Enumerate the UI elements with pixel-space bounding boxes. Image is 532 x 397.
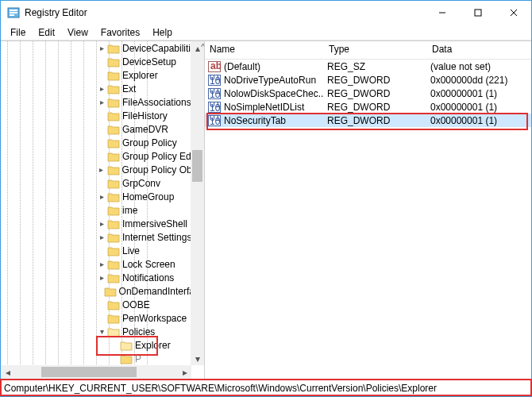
tree-item[interactable]: ▸Internet Settings [1, 230, 199, 244]
value-name: (Default) [224, 61, 260, 72]
titlebar[interactable]: Registry Editor [1, 1, 531, 25]
tree-item[interactable]: OOBE [1, 298, 199, 311]
tree-item[interactable]: Group Policy Edit [1, 149, 199, 163]
tree-item[interactable]: PenWorkspace [1, 311, 199, 325]
tree-label: Policies [122, 326, 155, 337]
tree-vscroll[interactable]: ▴ ▾ [191, 41, 204, 365]
menu-help[interactable]: Help [146, 25, 179, 40]
tree-item[interactable]: Live [1, 244, 199, 257]
folder-icon [107, 124, 120, 135]
tree-label: DeviceSetup [122, 56, 176, 67]
tree-label: ImmersiveShell [122, 218, 187, 229]
expander-icon[interactable]: ▸ [96, 192, 107, 201]
folder-icon [107, 83, 120, 94]
scroll-left-icon[interactable]: ◂ [1, 365, 14, 379]
folder-icon [107, 191, 120, 202]
svg-rect-5 [475, 10, 481, 16]
folder-icon [107, 259, 120, 270]
value-name: NolowDiskSpaceChec... [224, 88, 324, 99]
value-type: REG_DWORD [327, 102, 390, 113]
regedit-icon [7, 6, 20, 19]
expander-icon[interactable]: ▸ [96, 233, 107, 241]
tree-label: DeviceCapabilitie [122, 43, 196, 54]
scroll-right-icon[interactable]: ▸ [178, 365, 191, 379]
value-row[interactable]: 011100NolowDiskSpaceChec...REG_DWORD0x00… [205, 87, 531, 100]
window: Registry Editor File Edit View Favorites… [0, 0, 532, 397]
tree-item[interactable]: OnDemandInterfac [1, 284, 199, 298]
menu-favorites[interactable]: Favorites [94, 25, 146, 40]
tree-hscroll[interactable]: ◂ ▸ [1, 365, 191, 379]
expander-icon[interactable]: ▸ [96, 98, 107, 106]
tree-item[interactable]: GrpConv [1, 176, 199, 190]
folder-icon [107, 137, 120, 148]
tree-item[interactable]: FileHistory [1, 109, 199, 122]
list-header: Name Type Data [205, 41, 531, 60]
tree-label: Group Policy [122, 137, 177, 148]
folder-icon [107, 110, 120, 121]
folder-icon [120, 340, 133, 351]
col-data[interactable]: Data [427, 41, 531, 59]
list-pane: Name Type Data ab(Default)REG_SZ(value n… [205, 41, 531, 379]
menu-edit[interactable]: Edit [32, 25, 61, 40]
expander-icon[interactable]: ▸ [96, 165, 107, 174]
expander-icon[interactable]: ▾ [96, 327, 107, 336]
tree-item[interactable]: Explorer [1, 68, 199, 82]
value-row[interactable]: 011100NoSecurityTabREG_DWORD0x00000001 (… [205, 114, 531, 127]
tree-item[interactable]: ▾Policies [1, 325, 199, 338]
scroll-down-icon[interactable]: ▾ [191, 352, 204, 365]
tree-item[interactable]: GameDVR [1, 122, 199, 136]
tree-item[interactable]: ▸Group Policy Obje [1, 163, 199, 176]
tree-label: ime [122, 205, 137, 216]
value-data: 0x00000001 (1) [430, 88, 497, 99]
tree-item[interactable]: ▸HomeGroup [1, 190, 199, 203]
svg-text:100: 100 [210, 75, 221, 86]
tree-label: Ext [122, 83, 136, 94]
tree-label: Group Policy Edit [122, 151, 196, 162]
menu-file[interactable]: File [4, 25, 32, 40]
tree-item[interactable]: Explorer [1, 338, 199, 352]
expander-icon[interactable]: ▸ [96, 273, 107, 282]
tree-item[interactable]: ▸Ext [1, 82, 199, 95]
col-name[interactable]: Name [205, 41, 324, 59]
tree-item[interactable]: ime [1, 203, 199, 217]
folder-icon [107, 178, 120, 189]
value-icon: ab [208, 61, 221, 72]
expander-icon[interactable]: ▸ [96, 84, 107, 93]
expander-icon[interactable]: ▸ [96, 219, 107, 228]
value-name: NoDriveTypeAutoRun [224, 75, 316, 86]
tree-item[interactable]: ▸FileAssociations [1, 95, 199, 109]
tree-label: FileHistory [122, 110, 168, 121]
tree-item[interactable]: DeviceSetup [1, 55, 199, 68]
window-title: Registry Editor [25, 7, 424, 18]
tree-pane: ▸DeviceCapabilitieDeviceSetupExplorer▸Ex… [1, 41, 205, 379]
value-data: 0x000000dd (221) [430, 75, 507, 86]
maximize-button[interactable] [460, 1, 495, 25]
value-data: 0x00000001 (1) [430, 115, 497, 126]
tree-item[interactable]: ▸Lock Screen [1, 257, 199, 271]
folder-icon [107, 299, 120, 310]
expander-icon[interactable]: ▸ [96, 260, 107, 268]
tree-item[interactable]: ▸Notifications [1, 271, 199, 284]
close-button[interactable] [495, 1, 531, 25]
tree-label: OnDemandInterfac [119, 286, 199, 297]
folder-icon [104, 286, 117, 297]
folder-icon [107, 56, 120, 67]
tree-label: Internet Settings [122, 232, 191, 243]
expander-icon[interactable]: ▸ [96, 44, 107, 52]
tree-item[interactable]: ▸ImmersiveShell [1, 217, 199, 230]
value-row[interactable]: 011100NoDriveTypeAutoRunREG_DWORD0x00000… [205, 73, 531, 87]
value-row[interactable]: 011100NoSimpleNetIDListREG_DWORD0x000000… [205, 100, 531, 114]
folder-icon [107, 151, 120, 162]
minimize-button[interactable] [424, 1, 460, 25]
folder-icon [107, 205, 120, 216]
value-type: REG_DWORD [327, 75, 390, 86]
value-data: (value not set) [430, 61, 491, 72]
col-type[interactable]: Type [324, 41, 427, 59]
tree-item[interactable]: ▸DeviceCapabilitie [1, 41, 199, 55]
value-name: NoSecurityTab [224, 115, 286, 126]
value-row[interactable]: ab(Default)REG_SZ(value not set) [205, 60, 531, 73]
tree-item[interactable]: Group Policy [1, 136, 199, 149]
menu-view[interactable]: View [61, 25, 94, 40]
tree-label: FileAssociations [122, 97, 191, 108]
folder-icon [107, 313, 120, 324]
